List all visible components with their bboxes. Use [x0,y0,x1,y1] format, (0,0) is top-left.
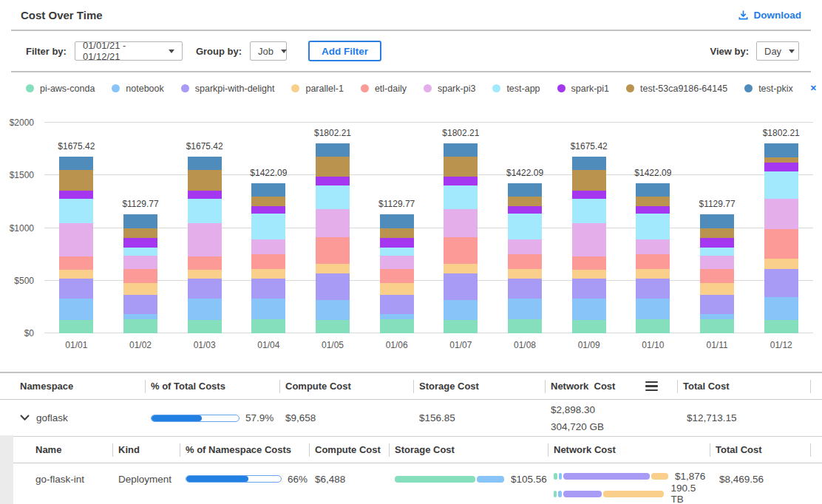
bar-segment[interactable] [572,320,606,333]
bar-segment[interactable] [508,206,542,214]
bar-segment[interactable] [636,279,670,299]
legend-item[interactable]: test-53ca9186-64145 [626,84,727,94]
bar-segment[interactable] [636,254,670,269]
bar-segment[interactable] [444,300,478,320]
bar-segment[interactable] [636,319,670,333]
bar-segment[interactable] [572,170,606,191]
bar-segment[interactable] [59,270,93,279]
bar-segment[interactable] [572,270,606,279]
bar-segment[interactable] [251,299,285,319]
bar-segment[interactable] [123,228,157,238]
bar-segment[interactable] [444,237,478,264]
bar-segment[interactable] [251,183,285,197]
bar-segment[interactable] [316,237,350,264]
stacked-bar-01-01[interactable] [59,157,93,333]
bar-segment[interactable] [636,269,670,279]
bar-segment[interactable] [380,248,414,256]
bar-segment[interactable] [251,279,285,299]
bar-segment[interactable] [188,299,222,320]
bar-segment[interactable] [700,238,734,248]
bar-segment[interactable] [380,269,414,283]
stacked-bar-01-11[interactable] [700,214,734,333]
bar-segment[interactable] [380,256,414,269]
column-header-storage[interactable]: Storage Cost [389,437,548,463]
bar-segment[interactable] [572,223,606,256]
bar-segment[interactable] [316,273,350,300]
bar-segment[interactable] [700,295,734,314]
bar-segment[interactable] [380,214,414,228]
bar-segment[interactable] [508,269,542,279]
bar-segment[interactable] [59,157,93,170]
stacked-bar-01-10[interactable] [636,183,670,333]
column-header-namespace[interactable]: Namespace [0,373,145,399]
legend-item[interactable]: etl-daily [361,84,407,94]
bar-segment[interactable] [764,269,798,297]
bar-segment[interactable] [123,295,157,314]
bar-segment[interactable] [508,239,542,254]
date-range-select[interactable]: 01/01/21 - 01/12/21 [75,41,183,61]
bar-segment[interactable] [380,319,414,333]
bar-segment[interactable] [764,157,798,163]
bar-segment[interactable] [188,320,222,333]
bar-segment[interactable] [316,185,350,209]
bar-segment[interactable] [700,269,734,283]
bar-segment[interactable] [188,199,222,223]
column-header-pct-total[interactable]: % of Total Costs [145,373,279,399]
bar-segment[interactable] [59,299,93,320]
bar-segment[interactable] [188,279,222,299]
column-header-network[interactable]: Network Cost [548,437,710,463]
bar-segment[interactable] [444,143,478,157]
bar-segment[interactable] [764,229,798,259]
bar-segment[interactable] [380,295,414,314]
bar-segment[interactable] [59,191,93,198]
bar-segment[interactable] [188,256,222,270]
bar-segment[interactable] [700,256,734,269]
bar-segment[interactable] [700,248,734,256]
bar-segment[interactable] [123,269,157,283]
bar-segment[interactable] [380,283,414,295]
bar-segment[interactable] [572,191,606,198]
collapse-chevron-icon[interactable] [20,415,30,421]
bar-segment[interactable] [508,319,542,333]
stacked-bar-01-05[interactable] [316,143,350,333]
stacked-bar-01-02[interactable] [123,214,157,333]
column-header-compute[interactable]: Compute Cost [279,373,413,399]
bar-segment[interactable] [700,283,734,295]
bar-segment[interactable] [444,264,478,273]
legend-item[interactable]: parallel-1 [291,84,343,94]
bar-segment[interactable] [444,320,478,333]
bar-segment[interactable] [59,199,93,223]
column-header-pct-namespace[interactable]: % of Namespace Costs [180,437,309,463]
bar-segment[interactable] [700,214,734,228]
stacked-bar-01-03[interactable] [188,157,222,333]
column-header-kind[interactable]: Kind [112,437,180,463]
add-filter-button[interactable]: Add Filter [308,41,381,61]
column-header-compute[interactable]: Compute Cost [309,437,389,463]
bar-segment[interactable] [251,319,285,333]
bar-segment[interactable] [572,279,606,299]
legend-item[interactable]: test-app [492,84,540,94]
bar-segment[interactable] [251,206,285,214]
bar-segment[interactable] [444,177,478,185]
bar-segment[interactable] [764,171,798,199]
legend-item[interactable]: notebook [112,84,163,94]
download-button[interactable]: Download [738,10,802,21]
bar-segment[interactable] [251,239,285,254]
bar-segment[interactable] [572,199,606,223]
bar-segment[interactable] [316,177,350,185]
bar-segment[interactable] [188,191,222,198]
column-header-storage[interactable]: Storage Cost [413,373,545,399]
bar-segment[interactable] [316,264,350,273]
bar-segment[interactable] [188,170,222,191]
stacked-bar-01-12[interactable] [764,143,798,333]
bar-segment[interactable] [764,143,798,157]
bar-segment[interactable] [636,214,670,239]
bar-segment[interactable] [508,279,542,299]
column-header-name[interactable]: Name [13,437,112,463]
bar-segment[interactable] [636,299,670,319]
bar-segment[interactable] [123,238,157,248]
bar-segment[interactable] [316,300,350,320]
bar-segment[interactable] [508,254,542,269]
bar-segment[interactable] [508,299,542,319]
bar-segment[interactable] [508,197,542,206]
